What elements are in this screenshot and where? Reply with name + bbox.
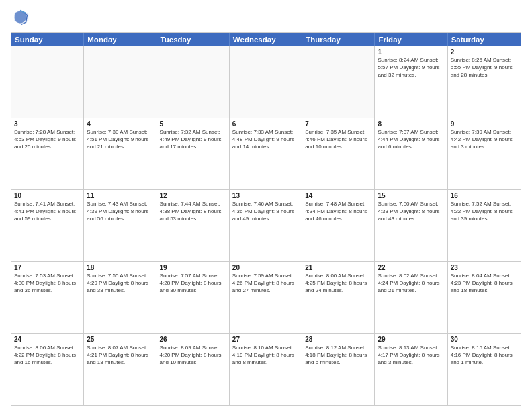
calendar-empty-cell <box>302 46 375 118</box>
day-info: Sunrise: 7:57 AM Sunset: 4:28 PM Dayligh… <box>160 272 226 295</box>
day-info: Sunrise: 7:33 AM Sunset: 4:48 PM Dayligh… <box>232 128 299 151</box>
calendar-header-friday: Friday <box>375 33 447 46</box>
day-info: Sunrise: 7:55 AM Sunset: 4:29 PM Dayligh… <box>87 272 153 295</box>
day-number: 26 <box>160 336 226 343</box>
day-number: 14 <box>305 192 371 199</box>
calendar-header-monday: Monday <box>84 33 157 46</box>
logo <box>11 8 32 27</box>
day-info: Sunrise: 7:46 AM Sunset: 4:36 PM Dayligh… <box>232 200 299 223</box>
calendar-header-sunday: Sunday <box>11 33 84 46</box>
calendar-day-28: 28Sunrise: 8:12 AM Sunset: 4:18 PM Dayli… <box>302 334 375 405</box>
calendar-header-row: SundayMondayTuesdayWednesdayThursdayFrid… <box>11 33 521 46</box>
calendar-day-3: 3Sunrise: 7:28 AM Sunset: 4:53 PM Daylig… <box>11 118 84 189</box>
day-info: Sunrise: 8:00 AM Sunset: 4:25 PM Dayligh… <box>305 272 371 295</box>
calendar-week-2: 3Sunrise: 7:28 AM Sunset: 4:53 PM Daylig… <box>11 118 521 189</box>
day-info: Sunrise: 8:15 AM Sunset: 4:16 PM Dayligh… <box>451 344 518 367</box>
calendar-week-1: 1Sunrise: 8:24 AM Sunset: 5:57 PM Daylig… <box>11 46 521 118</box>
calendar-day-24: 24Sunrise: 8:06 AM Sunset: 4:22 PM Dayli… <box>11 334 84 405</box>
day-info: Sunrise: 7:39 AM Sunset: 4:42 PM Dayligh… <box>451 128 518 151</box>
calendar-day-18: 18Sunrise: 7:55 AM Sunset: 4:29 PM Dayli… <box>84 262 157 333</box>
day-info: Sunrise: 8:13 AM Sunset: 4:17 PM Dayligh… <box>378 344 444 367</box>
day-number: 10 <box>14 192 81 199</box>
day-number: 2 <box>451 48 518 56</box>
day-info: Sunrise: 7:50 AM Sunset: 4:33 PM Dayligh… <box>378 200 444 223</box>
calendar-day-4: 4Sunrise: 7:30 AM Sunset: 4:51 PM Daylig… <box>84 118 157 189</box>
day-info: Sunrise: 8:06 AM Sunset: 4:22 PM Dayligh… <box>14 344 81 367</box>
calendar-day-1: 1Sunrise: 8:24 AM Sunset: 5:57 PM Daylig… <box>375 46 447 118</box>
day-info: Sunrise: 7:44 AM Sunset: 4:38 PM Dayligh… <box>160 200 226 223</box>
day-info: Sunrise: 8:12 AM Sunset: 4:18 PM Dayligh… <box>305 344 371 367</box>
day-info: Sunrise: 8:09 AM Sunset: 4:20 PM Dayligh… <box>160 344 226 367</box>
calendar-day-30: 30Sunrise: 8:15 AM Sunset: 4:16 PM Dayli… <box>448 334 521 405</box>
day-number: 30 <box>451 336 518 343</box>
day-number: 8 <box>378 120 444 128</box>
day-number: 17 <box>14 264 81 271</box>
day-number: 6 <box>232 120 299 128</box>
calendar-empty-cell <box>230 46 302 118</box>
calendar-day-14: 14Sunrise: 7:48 AM Sunset: 4:34 PM Dayli… <box>302 190 375 261</box>
day-info: Sunrise: 7:30 AM Sunset: 4:51 PM Dayligh… <box>87 128 153 151</box>
day-info: Sunrise: 8:26 AM Sunset: 5:55 PM Dayligh… <box>451 56 518 79</box>
day-number: 27 <box>232 336 299 343</box>
day-number: 1 <box>378 48 444 56</box>
day-info: Sunrise: 7:28 AM Sunset: 4:53 PM Dayligh… <box>14 128 81 151</box>
calendar-day-27: 27Sunrise: 8:10 AM Sunset: 4:19 PM Dayli… <box>230 334 302 405</box>
day-number: 21 <box>305 264 371 271</box>
calendar: SundayMondayTuesdayWednesdayThursdayFrid… <box>11 32 521 406</box>
day-number: 5 <box>160 120 226 128</box>
day-info: Sunrise: 8:24 AM Sunset: 5:57 PM Dayligh… <box>378 56 444 79</box>
day-number: 13 <box>232 192 299 199</box>
calendar-header-tuesday: Tuesday <box>157 33 230 46</box>
day-number: 28 <box>305 336 371 343</box>
calendar-week-5: 24Sunrise: 8:06 AM Sunset: 4:22 PM Dayli… <box>11 333 521 405</box>
calendar-empty-cell <box>11 46 84 118</box>
calendar-day-2: 2Sunrise: 8:26 AM Sunset: 5:55 PM Daylig… <box>448 46 521 118</box>
calendar-day-21: 21Sunrise: 8:00 AM Sunset: 4:25 PM Dayli… <box>302 262 375 333</box>
calendar-body: 1Sunrise: 8:24 AM Sunset: 5:57 PM Daylig… <box>11 46 521 405</box>
calendar-week-3: 10Sunrise: 7:41 AM Sunset: 4:41 PM Dayli… <box>11 189 521 261</box>
day-number: 3 <box>14 120 81 128</box>
day-info: Sunrise: 8:02 AM Sunset: 4:24 PM Dayligh… <box>378 272 444 295</box>
day-number: 16 <box>451 192 518 199</box>
day-number: 23 <box>451 264 518 271</box>
calendar-day-26: 26Sunrise: 8:09 AM Sunset: 4:20 PM Dayli… <box>157 334 230 405</box>
day-number: 15 <box>378 192 444 199</box>
calendar-day-15: 15Sunrise: 7:50 AM Sunset: 4:33 PM Dayli… <box>375 190 447 261</box>
day-number: 19 <box>160 264 226 271</box>
calendar-empty-cell <box>157 46 230 118</box>
page: SundayMondayTuesdayWednesdayThursdayFrid… <box>0 0 532 411</box>
day-number: 11 <box>87 192 153 199</box>
calendar-week-4: 17Sunrise: 7:53 AM Sunset: 4:30 PM Dayli… <box>11 261 521 333</box>
day-number: 20 <box>232 264 299 271</box>
calendar-day-19: 19Sunrise: 7:57 AM Sunset: 4:28 PM Dayli… <box>157 262 230 333</box>
calendar-empty-cell <box>84 46 157 118</box>
calendar-day-13: 13Sunrise: 7:46 AM Sunset: 4:36 PM Dayli… <box>230 190 302 261</box>
day-info: Sunrise: 7:37 AM Sunset: 4:44 PM Dayligh… <box>378 128 444 151</box>
logo-icon <box>11 8 30 27</box>
day-number: 9 <box>451 120 518 128</box>
calendar-header-thursday: Thursday <box>302 33 375 46</box>
calendar-day-22: 22Sunrise: 8:02 AM Sunset: 4:24 PM Dayli… <box>375 262 447 333</box>
calendar-day-10: 10Sunrise: 7:41 AM Sunset: 4:41 PM Dayli… <box>11 190 84 261</box>
day-number: 24 <box>14 336 81 343</box>
calendar-day-23: 23Sunrise: 8:04 AM Sunset: 4:23 PM Dayli… <box>448 262 521 333</box>
day-info: Sunrise: 7:53 AM Sunset: 4:30 PM Dayligh… <box>14 272 81 295</box>
calendar-day-7: 7Sunrise: 7:35 AM Sunset: 4:46 PM Daylig… <box>302 118 375 189</box>
day-number: 25 <box>87 336 153 343</box>
day-info: Sunrise: 7:32 AM Sunset: 4:49 PM Dayligh… <box>160 128 226 151</box>
calendar-day-9: 9Sunrise: 7:39 AM Sunset: 4:42 PM Daylig… <box>448 118 521 189</box>
day-number: 29 <box>378 336 444 343</box>
calendar-header-saturday: Saturday <box>448 33 521 46</box>
calendar-day-17: 17Sunrise: 7:53 AM Sunset: 4:30 PM Dayli… <box>11 262 84 333</box>
day-info: Sunrise: 7:43 AM Sunset: 4:39 PM Dayligh… <box>87 200 153 223</box>
calendar-day-6: 6Sunrise: 7:33 AM Sunset: 4:48 PM Daylig… <box>230 118 302 189</box>
day-info: Sunrise: 8:10 AM Sunset: 4:19 PM Dayligh… <box>232 344 299 367</box>
day-info: Sunrise: 7:41 AM Sunset: 4:41 PM Dayligh… <box>14 200 81 223</box>
day-info: Sunrise: 7:35 AM Sunset: 4:46 PM Dayligh… <box>305 128 371 151</box>
day-number: 4 <box>87 120 153 128</box>
calendar-day-11: 11Sunrise: 7:43 AM Sunset: 4:39 PM Dayli… <box>84 190 157 261</box>
calendar-day-16: 16Sunrise: 7:52 AM Sunset: 4:32 PM Dayli… <box>448 190 521 261</box>
day-info: Sunrise: 7:59 AM Sunset: 4:26 PM Dayligh… <box>232 272 299 295</box>
day-number: 22 <box>378 264 444 271</box>
calendar-day-29: 29Sunrise: 8:13 AM Sunset: 4:17 PM Dayli… <box>375 334 447 405</box>
